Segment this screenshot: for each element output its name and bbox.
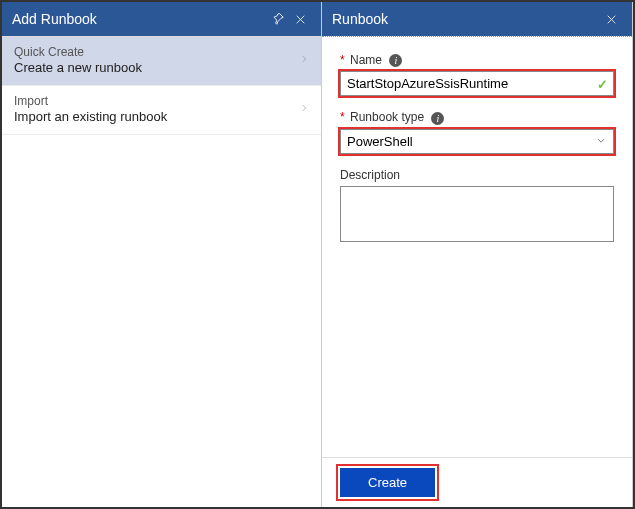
chevron-right-icon (299, 52, 309, 69)
option-quick-create[interactable]: Quick Create Create a new runbook (2, 37, 321, 86)
description-label: Description (340, 168, 614, 182)
chevron-right-icon (299, 101, 309, 118)
option-list: Quick Create Create a new runbook Import… (2, 36, 321, 135)
close-icon[interactable] (289, 13, 311, 26)
option-title: Import (14, 94, 299, 108)
left-blade-header: Add Runbook (2, 2, 321, 36)
required-asterisk: * (340, 110, 345, 124)
left-blade-title: Add Runbook (12, 11, 267, 27)
info-icon[interactable]: i (431, 112, 444, 125)
info-icon[interactable]: i (389, 54, 402, 67)
type-label: * Runbook type i (340, 110, 614, 124)
type-select[interactable]: PowerShell (340, 129, 614, 154)
option-title: Quick Create (14, 45, 299, 59)
pin-icon[interactable] (267, 12, 289, 26)
name-input[interactable] (340, 71, 614, 96)
right-blade-title: Runbook (332, 11, 600, 27)
close-icon[interactable] (600, 13, 622, 26)
form-footer: Create (322, 457, 632, 507)
checkmark-icon: ✓ (597, 76, 608, 91)
option-subtitle: Import an existing runbook (14, 109, 299, 124)
runbook-form: * Name i ✓ * Runbook type i PowerShel (322, 36, 632, 457)
create-button[interactable]: Create (340, 468, 435, 497)
right-blade-header: Runbook (322, 2, 632, 36)
description-textarea[interactable] (340, 186, 614, 242)
required-asterisk: * (340, 53, 345, 67)
name-label: * Name i (340, 53, 614, 67)
option-import[interactable]: Import Import an existing runbook (2, 86, 321, 135)
option-subtitle: Create a new runbook (14, 60, 299, 75)
